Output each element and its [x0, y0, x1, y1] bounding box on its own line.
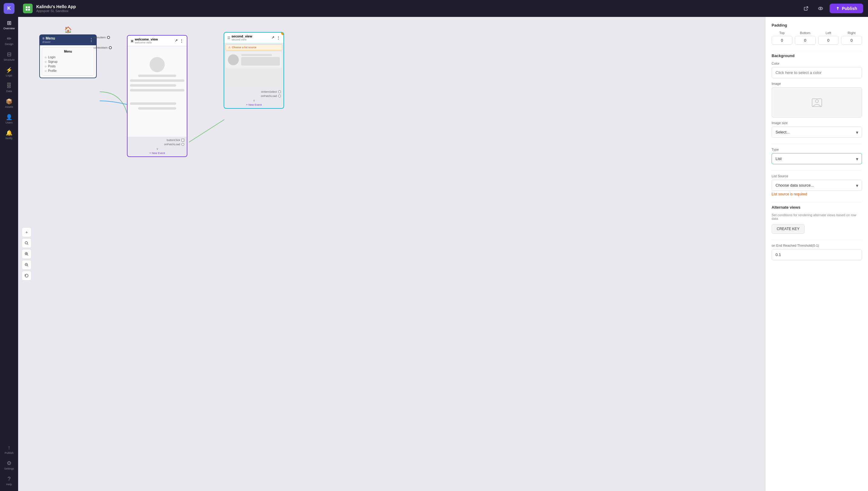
app-org: Appspotr SL Sandbox: [36, 9, 76, 13]
zoom-out-button[interactable]: [22, 260, 31, 270]
padding-right-col: Right: [841, 31, 862, 45]
alt-views-label: Alternate views: [771, 205, 862, 209]
sidebar-item-structure[interactable]: ⊟ Structure: [2, 49, 16, 63]
alt-views-desc: Set conditions for rendering alternate v…: [771, 213, 862, 221]
padding-right-input[interactable]: [841, 36, 862, 45]
welcome-screen-header: ▣ welcome_view welcome view ↗ ⋮: [128, 36, 187, 46]
list-source-select[interactable]: Choose data source...: [771, 180, 862, 191]
sidebar-item-settings[interactable]: ⚙ Settings: [2, 458, 16, 472]
menu-item-conn-point[interactable]: [107, 36, 110, 39]
padding-left-input[interactable]: [818, 36, 839, 45]
padding-label: Padding: [771, 23, 862, 27]
image-placeholder[interactable]: [771, 87, 862, 117]
sidebar-item-label: Logic: [6, 74, 12, 77]
welcome-events: buttonClick onPatchLoad ∨ + New Event: [128, 137, 187, 156]
svg-point-6: [25, 241, 27, 244]
menu-item-signup: Signup: [45, 59, 91, 64]
menu-screen-header: ≡ Menu drawer ⋮: [39, 34, 97, 45]
padding-bottom-input[interactable]: [795, 36, 816, 45]
divider-2: [771, 144, 862, 144]
second-events-chevron[interactable]: ∨: [227, 98, 281, 103]
type-sublabel: Type: [771, 148, 862, 151]
events-chevron[interactable]: ∨: [130, 146, 184, 151]
notify-icon: 🔔: [6, 129, 12, 136]
structure-icon: ⊟: [7, 51, 11, 58]
menu-screen[interactable]: 🏠 ≡ Menu drawer ⋮ Menu Login Signup Post…: [39, 26, 97, 78]
welcome-more-icon[interactable]: ⋮: [180, 38, 184, 43]
search-tool-button[interactable]: [22, 238, 31, 248]
app-info: Kalindu's Hello App Appspotr SL Sandbox: [36, 4, 76, 13]
menu-drawer: Menu Login Signup Posts Profile: [42, 47, 94, 76]
settings-icon: ⚙: [7, 460, 11, 466]
welcome-new-event[interactable]: + New Event: [130, 151, 184, 155]
sidebar-item-logic[interactable]: ⚡ Logic: [2, 65, 16, 79]
second-screen[interactable]: ☰ second_view second view ↗ ⋮ ⚠ Choose a…: [224, 32, 284, 109]
sidebar-item-publish[interactable]: ↑ Publish: [2, 442, 16, 457]
menu-more-icon[interactable]: ⋮: [89, 37, 94, 43]
svg-point-9: [815, 99, 818, 103]
share-button[interactable]: [801, 3, 812, 14]
divider-4: [771, 202, 862, 203]
home-icon: 🏠: [39, 26, 97, 33]
color-sublabel: Color: [771, 62, 862, 65]
sidebar-item-label: Publish: [4, 452, 13, 455]
help-icon: ?: [7, 476, 10, 482]
sidebar-item-label: Help: [6, 483, 12, 486]
context-item-conn-point[interactable]: [109, 46, 112, 49]
threshold-label: on End Reached Threshold(0-1): [771, 244, 862, 247]
second-on-patch-load-event: onPatchLoad: [227, 94, 281, 98]
zoom-in-button[interactable]: [22, 249, 31, 259]
button-click-event: buttonClick: [130, 138, 184, 142]
refresh-button[interactable]: [22, 271, 31, 281]
canvas-tools: +: [22, 227, 31, 281]
list-source-sublabel: List Source: [771, 174, 862, 178]
welcome-card: ▣ welcome_view welcome view ↗ ⋮: [127, 35, 187, 157]
threshold-section: on End Reached Threshold(0-1): [771, 244, 862, 260]
welcome-screen[interactable]: ▣ welcome_view welcome view ↗ ⋮: [127, 35, 187, 157]
welcome-expand-icon[interactable]: ↗: [175, 38, 178, 43]
list-source-section: List Source Choose data source... ▾ List…: [771, 174, 862, 196]
threshold-input[interactable]: [771, 249, 862, 260]
publish-button[interactable]: Publish: [830, 4, 863, 13]
add-tool-button[interactable]: +: [22, 227, 31, 237]
topbar: Kalindu's Hello App Appspotr SL Sandbox …: [18, 0, 868, 17]
sidebar-item-label: Users: [5, 121, 13, 124]
canvas[interactable]: + 🏠 ≡ Menu drawer ⋮: [18, 17, 765, 491]
create-key-button[interactable]: CREATE KEY: [771, 224, 805, 234]
image-size-select[interactable]: Select...: [771, 126, 862, 138]
padding-inputs: Top Bottom Left Right: [771, 31, 862, 45]
sidebar-item-notify[interactable]: 🔔 Notify: [2, 127, 16, 142]
sidebar-item-data[interactable]: 🗄 Data: [2, 80, 16, 95]
app-logo: K: [4, 3, 15, 14]
padding-top-input[interactable]: [771, 36, 792, 45]
svg-point-4: [818, 7, 823, 10]
preview-button[interactable]: [815, 3, 826, 14]
second-card: ☰ second_view second view ↗ ⋮ ⚠ Choose a…: [224, 32, 284, 109]
color-input[interactable]: [771, 67, 862, 78]
list-source-select-wrapper: Choose data source... ▾: [771, 180, 862, 191]
list-item: [225, 52, 282, 68]
menu-card: ≡ Menu drawer ⋮ Menu Login Signup Posts …: [39, 34, 97, 78]
sidebar-item-users[interactable]: 👤 Users: [2, 112, 16, 126]
divider-1: [771, 51, 862, 51]
second-new-event[interactable]: + New Event: [227, 103, 281, 107]
sidebar-item-design[interactable]: ✏ Design: [2, 33, 16, 48]
padding-bottom-col: Bottom: [795, 31, 816, 45]
sidebar-item-help[interactable]: ? Help: [2, 473, 16, 488]
sidebar-item-label: Overview: [3, 27, 15, 30]
sidebar-item-overview[interactable]: ⊞ Overview: [2, 18, 16, 32]
svg-rect-0: [26, 6, 27, 8]
assets-icon: 📦: [6, 98, 12, 105]
second-expand-icon[interactable]: ↗: [271, 35, 274, 40]
type-select-wrapper: List Grid Horizontal ▾: [771, 153, 862, 164]
app-name: Kalindu's Hello App: [36, 4, 76, 9]
right-panel: Padding Top Bottom Left Right Background…: [765, 17, 868, 491]
sidebar-item-label: Data: [6, 90, 12, 93]
logic-icon: ⚡: [6, 67, 12, 74]
svg-rect-2: [26, 9, 27, 10]
sidebar-item-assets[interactable]: 📦 Assets: [2, 96, 16, 111]
background-label: Background: [771, 53, 862, 58]
type-select[interactable]: List Grid Horizontal: [771, 153, 862, 164]
second-more-icon[interactable]: ⋮: [276, 35, 280, 40]
padding-left-col: Left: [818, 31, 839, 45]
